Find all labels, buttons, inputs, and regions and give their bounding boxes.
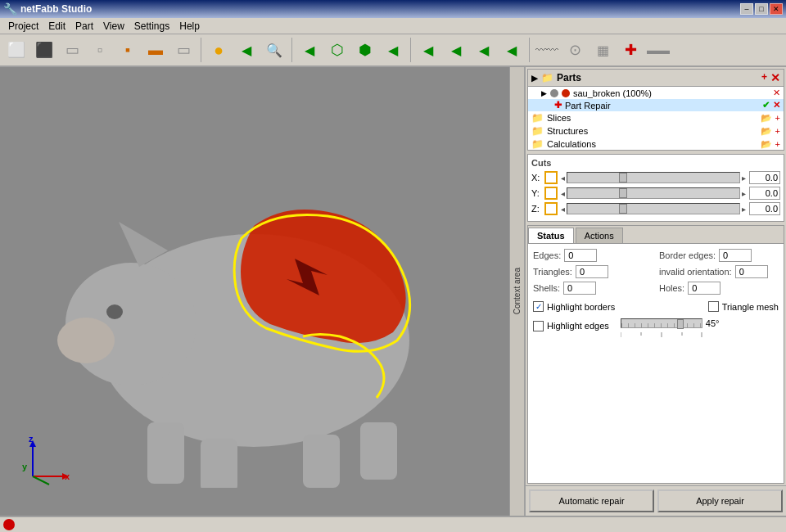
cut-label-z: Z:	[531, 204, 543, 214]
toolbar-circle[interactable]: ⊙	[562, 37, 588, 63]
cut-slider-x[interactable]	[567, 172, 740, 183]
highlight-borders-checkbox[interactable]	[533, 301, 544, 312]
cut-value-x[interactable]	[749, 171, 780, 184]
cut-right-arrow-y[interactable]: ▸	[740, 189, 748, 198]
toolbar-ruler[interactable]: ▬▬	[645, 37, 671, 63]
svg-text:y: y	[22, 462, 28, 471]
structures-open-icon[interactable]: 📂	[761, 126, 772, 137]
tree-item-sau[interactable]: ▶ sau_broken (100%) ✕	[528, 87, 784, 99]
toolbar-nav8[interactable]: ◀	[499, 37, 525, 63]
tree-item-sau-remove[interactable]: ✕	[773, 88, 780, 98]
menu-edit[interactable]: Edit	[43, 19, 70, 34]
toolbar-btn-3[interactable]: ▭	[59, 37, 85, 63]
toolbar-grid[interactable]: ▦	[590, 37, 616, 63]
cut-checkbox-y[interactable]	[544, 187, 558, 200]
highlight-edges-checkbox[interactable]	[533, 321, 544, 331]
calculations-open-icon[interactable]: 📂	[761, 139, 772, 150]
toolbar-add[interactable]: ✚	[617, 37, 644, 63]
close-button[interactable]: ✕	[770, 3, 783, 15]
toolbar-nav4[interactable]: ◀	[380, 37, 406, 63]
toolbar-left[interactable]: ◀	[233, 37, 260, 63]
angle-slider[interactable]	[621, 318, 702, 328]
cut-slider-z-container: ◂ ▸	[559, 203, 748, 214]
nav1-icon: ◀	[305, 43, 314, 58]
toolbar-search[interactable]: 🔍	[261, 37, 287, 63]
toolbar-wave[interactable]: 〰〰	[534, 37, 560, 63]
toolbar-btn-7[interactable]: ▭	[170, 37, 196, 63]
angle-ticks	[621, 328, 702, 333]
stat-invalid-row: invalid orientation: 0	[659, 265, 779, 278]
parts-remove-icon[interactable]: ✕	[770, 71, 780, 84]
cut-value-y[interactable]	[749, 187, 780, 200]
toolbar-nav2[interactable]: ⬡	[324, 37, 350, 63]
tab-actions[interactable]: Actions	[576, 228, 623, 243]
shells-label: Shells:	[533, 283, 560, 293]
menu-settings[interactable]: Settings	[129, 19, 174, 34]
toolbar-nav1[interactable]: ◀	[296, 37, 323, 63]
menu-view[interactable]: View	[98, 19, 129, 34]
cut-checkbox-x[interactable]	[544, 171, 558, 184]
menu-help[interactable]: Help	[174, 19, 205, 34]
tree-item-structures-label: Structures	[547, 126, 588, 136]
toolbar-btn-4[interactable]: ▫	[87, 37, 113, 63]
viewport[interactable]: Context area	[0, 67, 524, 516]
repair-x-icon[interactable]: ✕	[773, 100, 780, 110]
tab-status[interactable]: Status	[528, 228, 574, 243]
tree-item-structures[interactable]: 📁 Structures 📂 +	[528, 124, 784, 138]
main-layout: Context area	[0, 67, 786, 516]
cut-right-arrow-z[interactable]: ▸	[740, 205, 748, 214]
cut-left-arrow-y[interactable]: ◂	[559, 189, 567, 198]
structures-add-icon[interactable]: +	[775, 126, 780, 136]
slices-open-icon[interactable]: 📂	[761, 113, 772, 124]
tab-area: Status Actions Edges: 0 Border edges: 0 …	[527, 225, 784, 484]
title-bar-left: 🔧 netFabb Studio	[3, 2, 92, 16]
toolbar-btn-1[interactable]: ⬜	[3, 37, 29, 63]
axis-indicator: z x y	[20, 435, 74, 491]
cuts-section: Cuts X: ◂ ▸ Y: ◂	[527, 154, 784, 222]
tree-item-repair[interactable]: ✚ Part Repair ✔ ✕	[528, 99, 784, 111]
parts-tree-title: Parts	[557, 72, 581, 83]
cut-left-arrow-x[interactable]: ◂	[559, 174, 567, 183]
calculations-add-icon[interactable]: +	[775, 139, 780, 149]
pig-leg-fl	[147, 422, 184, 484]
svg-text:z: z	[29, 435, 34, 444]
triangle-mesh-checkbox[interactable]	[708, 301, 719, 312]
toolbar-nav6[interactable]: ◀	[443, 37, 469, 63]
automatic-repair-button[interactable]: Automatic repair	[529, 489, 654, 512]
cuts-title: Cuts	[531, 158, 780, 168]
cut-slider-z[interactable]	[567, 203, 740, 214]
cube5-icon: ▪	[125, 42, 130, 59]
toolbar-btn-2[interactable]: ⬛	[31, 37, 57, 63]
toolbar-btn-6[interactable]: ▬	[142, 37, 169, 63]
toolbar-nav7[interactable]: ◀	[471, 37, 497, 63]
toolbar-btn-5[interactable]: ▪	[115, 37, 141, 63]
cube-icon: ⬜	[7, 41, 25, 59]
toolbar-sphere[interactable]: ●	[206, 37, 232, 63]
toolbar-nav5[interactable]: ◀	[415, 37, 441, 63]
stat-triangles-row: Triangles: 0	[533, 265, 653, 278]
grid-icon: ▦	[597, 43, 609, 58]
parts-add-icon[interactable]: +	[761, 71, 767, 84]
status-dot-gray	[550, 89, 558, 97]
minimize-button[interactable]: –	[740, 3, 753, 15]
expand-icon: ▶	[541, 89, 547, 97]
cut-left-arrow-z[interactable]: ◂	[559, 205, 567, 214]
highlight-borders-label: Highlight borders	[547, 302, 615, 312]
toolbar-nav3[interactable]: ⬢	[352, 37, 378, 63]
ruler-icon: ▬▬	[647, 43, 670, 56]
tree-item-slices[interactable]: 📁 Slices 📂 +	[528, 111, 784, 124]
wave-icon: 〰〰	[535, 43, 558, 56]
apply-repair-button[interactable]: Apply repair	[657, 489, 783, 512]
toolbar-sep-2	[291, 38, 292, 62]
slices-add-icon[interactable]: +	[775, 113, 780, 123]
parts-folder-icon: 📁	[541, 72, 553, 83]
cut-checkbox-z[interactable]	[544, 202, 558, 215]
menu-part[interactable]: Part	[70, 19, 98, 34]
tree-item-calculations[interactable]: 📁 Calculations 📂 +	[528, 138, 784, 151]
menu-project[interactable]: Project	[3, 19, 43, 34]
pig-eye	[106, 304, 123, 319]
maximize-button[interactable]: □	[755, 3, 768, 15]
cut-right-arrow-x[interactable]: ▸	[740, 174, 748, 183]
cut-value-z[interactable]	[749, 202, 780, 215]
cut-slider-y[interactable]	[567, 187, 740, 199]
